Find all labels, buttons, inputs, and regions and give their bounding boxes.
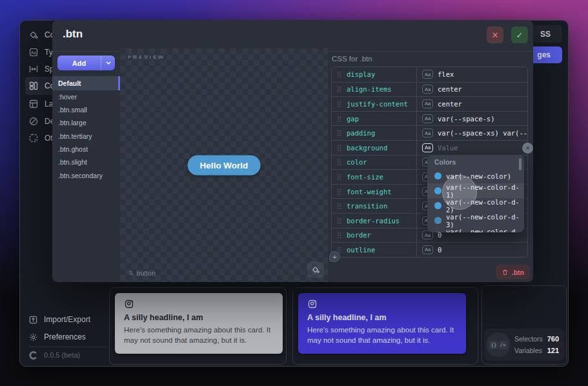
preview-label: PREVIEW <box>128 54 165 60</box>
stat-label: Selectors <box>514 335 543 343</box>
value-type-badge[interactable]: Aa <box>422 70 433 79</box>
color-swatch <box>434 172 441 179</box>
cursor-indicator <box>442 175 477 210</box>
preview-element-select[interactable]: ⇅ button <box>128 269 156 277</box>
css-property-value[interactable]: 0 <box>438 246 441 254</box>
selector-item-btn-tertiary[interactable]: .btn.tertiary <box>52 130 120 143</box>
delete-selector-button[interactable]: .btn <box>496 265 530 279</box>
dropdown-item[interactable]: var(--new-color-d-2) <box>427 198 524 213</box>
drag-handle-icon[interactable] <box>337 188 341 195</box>
version-label: 0.0.5 (beta) <box>44 351 80 359</box>
dropdown-scrollbar[interactable] <box>519 158 522 170</box>
preview-button[interactable]: Hello World <box>188 156 261 176</box>
css-property-name: color <box>347 158 367 166</box>
css-property-name: padding <box>347 129 375 137</box>
stat-value: 760 <box>547 335 559 343</box>
css-property-name: border-radius <box>347 217 400 225</box>
selector-item-btn-ghost[interactable]: .btn.ghost <box>52 143 120 156</box>
selector-item-btn-large[interactable]: .btn.large <box>52 116 120 129</box>
css-property-value[interactable]: var(--space-xs) var(--space-m <box>438 129 527 137</box>
selector-item-btn-small[interactable]: .btn.small <box>52 103 120 116</box>
copy-css-button-label: SS <box>540 30 551 39</box>
dropdown-item[interactable]: var(--new-color-d-3) <box>427 213 524 228</box>
chevron-down-icon <box>106 61 111 65</box>
add-dropdown-toggle[interactable] <box>101 56 115 70</box>
stats-panel: {} /> Selectors 760 Variables 121 <box>484 329 564 361</box>
screen: Colors Aa Typography Spacing Components … <box>0 0 588 386</box>
stats-container: {} /> Selectors 760 Variables 121 <box>482 285 567 365</box>
drag-handle-icon[interactable] <box>337 116 341 122</box>
css-row-background[interactable]: background AaValue ✕ <box>332 140 527 155</box>
drag-handle-icon[interactable] <box>337 174 341 180</box>
add-button[interactable]: Add <box>57 56 101 70</box>
other-icon <box>28 133 39 143</box>
value-type-badge[interactable]: Aa <box>422 128 433 137</box>
selector-item-btn-slight[interactable]: .btn.slight <box>52 156 120 168</box>
card-container: A silly headline, I am Here's something … <box>292 287 478 365</box>
css-property-value[interactable]: var(--space-s) <box>438 115 495 123</box>
selector-label: Default <box>58 79 81 87</box>
add-selector-split-button[interactable]: Add <box>57 56 115 70</box>
css-property-value[interactable]: center <box>438 85 462 93</box>
code-sphere-icon: {} /> <box>486 332 511 357</box>
close-icon: ✕ <box>492 30 499 40</box>
updown-icon: ⇅ <box>128 270 134 276</box>
css-value-input-placeholder[interactable]: Value <box>438 144 458 152</box>
css-row-align-items[interactable]: align-items Aacenter <box>332 82 527 97</box>
preview-card-light: A silly headline, I am Here's something … <box>115 293 283 354</box>
sidebar-item-import-export[interactable]: Import/Export <box>25 312 122 327</box>
css-panel-title: CSS for .btn <box>332 55 372 63</box>
selector-label: .btn.secondary <box>58 172 103 179</box>
drag-handle-icon[interactable] <box>337 71 341 77</box>
css-row-display[interactable]: display Aaflex <box>332 67 527 82</box>
braces-glyph: {} <box>489 341 498 349</box>
selector-label: :hover <box>58 93 77 101</box>
clear-value-button[interactable]: ✕ <box>522 143 533 154</box>
confirm-button[interactable]: ✓ <box>511 26 528 43</box>
value-type-badge[interactable]: Aa <box>422 85 433 94</box>
add-property-button[interactable]: + <box>329 251 340 262</box>
stat-row-variables: Variables 121 <box>514 345 559 356</box>
delete-selector-label: .btn <box>512 269 524 276</box>
color-swatch <box>434 202 441 209</box>
css-row-outline[interactable]: outline Aa0 <box>332 242 527 257</box>
sidebar-footer-label: Import/Export <box>44 315 90 324</box>
css-property-name: transition <box>347 202 387 210</box>
components-icon <box>28 81 39 91</box>
drag-handle-icon[interactable] <box>337 130 341 136</box>
css-row-gap[interactable]: gap Aavar(--space-s) <box>332 111 527 126</box>
dropdown-item[interactable]: var(--new-color) <box>427 168 524 183</box>
sidebar-footer-label: Preferences <box>44 332 86 341</box>
drag-handle-icon[interactable] <box>337 203 341 209</box>
selector-item-default[interactable]: Default <box>52 76 120 90</box>
gear-icon <box>28 332 38 342</box>
app-logo-icon <box>28 350 38 360</box>
css-property-value[interactable]: center <box>438 100 462 108</box>
color-swatch <box>434 187 441 194</box>
preview-background-button[interactable] <box>307 261 324 278</box>
css-property-name: border <box>347 231 371 239</box>
drag-handle-icon[interactable] <box>337 232 341 238</box>
css-row-justify-content[interactable]: justify-content Aacenter <box>332 96 527 111</box>
drag-handle-icon[interactable] <box>337 145 341 151</box>
css-property-name: gap <box>347 115 359 123</box>
css-row-padding[interactable]: padding Aavar(--space-xs) var(--space-m <box>332 125 527 140</box>
value-type-badge[interactable]: Aa <box>422 245 433 254</box>
drag-handle-icon[interactable] <box>337 101 341 107</box>
color-swatch <box>434 217 441 224</box>
value-type-badge[interactable]: Aa <box>422 143 433 152</box>
design-icon <box>28 116 39 127</box>
value-type-badge[interactable]: Aa <box>422 99 433 108</box>
css-property-value[interactable]: flex <box>438 70 454 78</box>
sidebar-item-preferences[interactable]: Preferences <box>25 329 122 345</box>
drag-handle-icon[interactable] <box>337 159 341 165</box>
drag-handle-icon[interactable] <box>337 86 341 92</box>
dropdown-item[interactable]: var(--new-color-d-4) <box>427 228 524 232</box>
css-property-value[interactable]: 0 <box>438 231 441 239</box>
drag-handle-icon[interactable] <box>337 218 341 224</box>
selector-item-hover[interactable]: :hover <box>52 90 120 103</box>
cancel-button[interactable]: ✕ <box>487 26 503 43</box>
value-type-badge[interactable]: Aa <box>422 114 433 123</box>
modal-title: .btn <box>63 28 83 41</box>
selector-item-btn-secondary[interactable]: .btn.secondary <box>52 169 120 182</box>
